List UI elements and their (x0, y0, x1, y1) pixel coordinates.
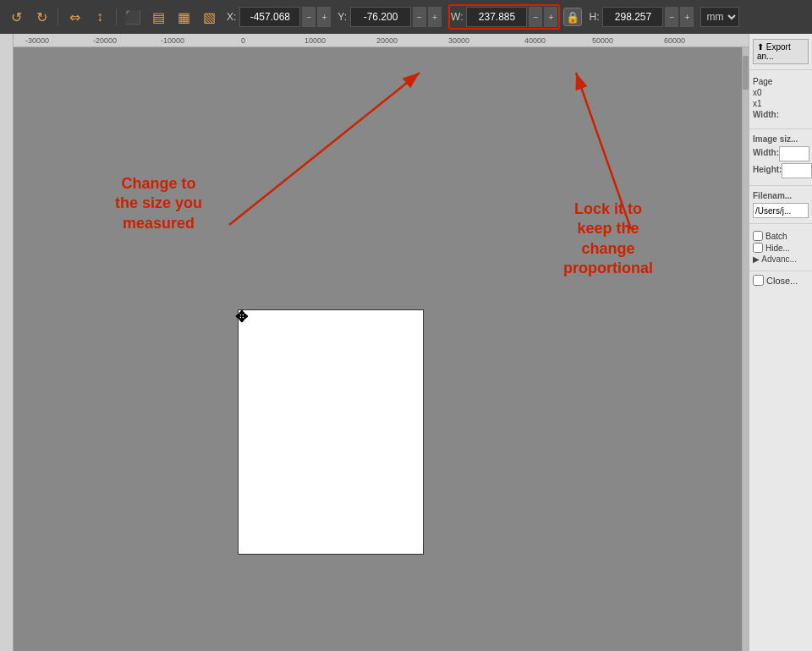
image-size-label: Image siz... (753, 134, 809, 144)
hide-checkbox[interactable] (753, 243, 763, 253)
unit-select[interactable]: mm px cm in (700, 7, 739, 27)
img-width-row: Width: (753, 146, 809, 161)
image-size-section: Image siz... Width: Height: (749, 129, 812, 186)
svg-line-1 (229, 73, 420, 225)
ruler-mark: 60000 (664, 36, 685, 45)
advanced-row: ▶ Advanc... (753, 254, 809, 264)
h-minus-btn[interactable]: − (665, 7, 678, 27)
w-minus-btn[interactable]: − (529, 7, 542, 27)
scrollbar-thumb[interactable] (743, 56, 749, 90)
x-minus-btn[interactable]: − (302, 7, 315, 27)
distribute-icon[interactable]: ▧ (198, 6, 220, 28)
width-row: Width: (753, 110, 809, 122)
w-coord-group: W: − + (448, 4, 560, 30)
export-options-section: Page x0 x1 Width: (749, 70, 812, 129)
x1-label: x1 (753, 99, 762, 108)
h-plus-btn[interactable]: + (680, 7, 694, 27)
y-label: Y: (337, 11, 347, 23)
y-input[interactable] (350, 7, 411, 27)
rotate-icon[interactable]: ↺ (5, 6, 27, 28)
right-panel: ⬆ Export an... Page x0 x1 Width: Image s… (749, 34, 812, 651)
lock-proportions-button[interactable]: 🔒 (563, 8, 582, 26)
vertical-ruler (0, 34, 14, 651)
export-arrow-icon: ⬆ (757, 42, 764, 52)
annotation-left: Change tothe size youmeasured (115, 174, 202, 233)
close-section: Close... (749, 271, 812, 289)
x-plus-btn[interactable]: + (317, 7, 331, 27)
x-input[interactable] (239, 7, 300, 27)
toolbar: ↺ ↻ ⇔ ↕ ⬛ ▤ ▦ ▧ X: − + Y: − + W: − + 🔒 H… (0, 0, 812, 34)
x0-row: x0 (753, 88, 809, 97)
checkboxes-section: Batch Hide... ▶ Advanc... (749, 224, 812, 271)
ruler-mark: -20000 (93, 36, 117, 45)
x-coord-group: X: − + (227, 7, 331, 27)
img-width-label: Width: (753, 148, 779, 157)
x0-label: x0 (753, 88, 762, 97)
export-section: ⬆ Export an... (749, 34, 812, 70)
img-height-row: Height: (753, 163, 809, 178)
batch-label: Batch (765, 232, 787, 241)
batch-checkbox[interactable] (753, 231, 763, 241)
img-width-input[interactable] (779, 146, 809, 161)
x-label: X: (227, 11, 236, 23)
h-coord-group: H: − + (589, 7, 694, 27)
filename-input[interactable] (753, 203, 809, 218)
y-minus-btn[interactable]: − (413, 7, 426, 27)
ruler-mark: 30000 (448, 36, 469, 45)
vertical-scrollbar[interactable] (742, 47, 749, 651)
canvas-area[interactable]: -30000 -20000 -10000 0 10000 20000 30000… (0, 34, 749, 651)
align-left-icon[interactable]: ⬛ (122, 6, 144, 28)
hide-label: Hide... (765, 243, 790, 253)
w-label: W: (451, 11, 463, 23)
page-row: Page (753, 77, 809, 86)
annotation-right: Lock it tokeep thechangeproportional (563, 200, 653, 279)
transform-handle[interactable]: ✥ (235, 308, 248, 326)
x1-row: x1 (753, 99, 809, 108)
export-button[interactable]: ⬆ Export an... (753, 39, 809, 64)
flip-v-icon[interactable]: ↕ (89, 6, 111, 28)
img-height-label: Height: (753, 165, 782, 174)
ruler-mark: -10000 (161, 36, 184, 45)
ruler-mark: 50000 (592, 36, 613, 45)
width-label: Width: (753, 110, 779, 119)
ruler-mark: 40000 (524, 36, 546, 45)
ruler-mark: 10000 (304, 36, 326, 45)
img-height-input[interactable] (782, 163, 812, 178)
flip-h-icon[interactable]: ⇔ (63, 6, 85, 28)
main-area: -30000 -20000 -10000 0 10000 20000 30000… (0, 34, 812, 651)
filename-section: Filenam... (749, 186, 812, 224)
horizontal-ruler: -30000 -20000 -10000 0 10000 20000 30000… (0, 34, 749, 47)
page-rectangle[interactable] (238, 309, 424, 555)
align-right-icon[interactable]: ▦ (173, 6, 195, 28)
ruler-mark: 20000 (376, 36, 398, 45)
hide-row: Hide... (753, 243, 809, 253)
annotation-right-text: Lock it tokeep thechangeproportional (563, 200, 653, 276)
ruler-mark: -30000 (25, 36, 49, 45)
rotate-cw-icon[interactable]: ↻ (30, 6, 52, 28)
annotation-left-text: Change tothe size youmeasured (115, 175, 202, 232)
filename-label: Filenam... (753, 191, 809, 200)
align-center-icon[interactable]: ▤ (147, 6, 169, 28)
w-input[interactable] (466, 7, 527, 27)
separator (58, 8, 58, 25)
close-label: Close... (766, 276, 798, 286)
y-plus-btn[interactable]: + (428, 7, 442, 27)
w-plus-btn[interactable]: + (544, 7, 557, 27)
separator (116, 8, 117, 25)
advanced-label[interactable]: ▶ Advanc... (753, 254, 797, 264)
h-input[interactable] (602, 7, 663, 27)
ruler-mark: 0 (241, 36, 245, 45)
canvas-content[interactable]: ✥ Change tothe size youmeasured (14, 47, 749, 651)
h-label: H: (589, 11, 599, 23)
page-label: Page (753, 77, 772, 86)
batch-row: Batch (753, 231, 809, 241)
close-checkbox[interactable] (753, 275, 764, 286)
y-coord-group: Y: − + (337, 7, 442, 27)
